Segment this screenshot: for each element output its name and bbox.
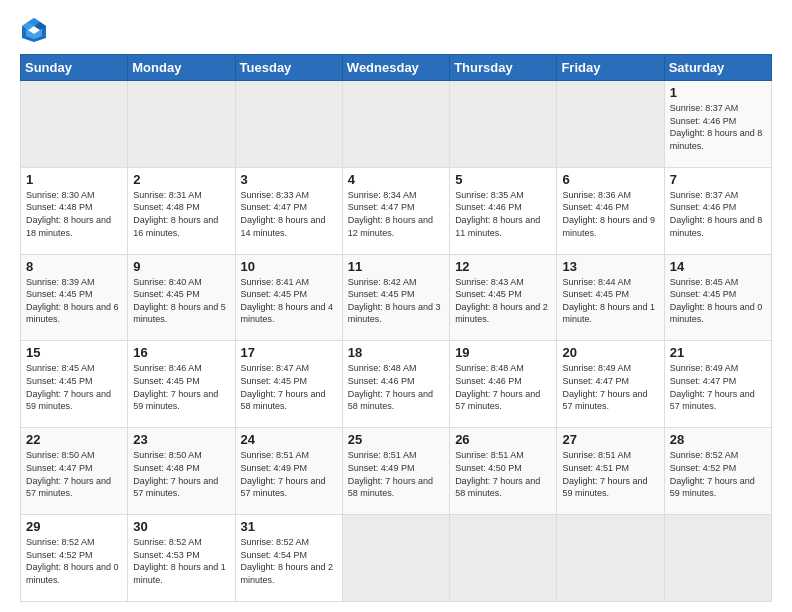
calendar-cell: 1 Sunrise: 8:30 AMSunset: 4:48 PMDayligh… bbox=[21, 167, 128, 254]
day-number: 20 bbox=[562, 345, 658, 360]
calendar-cell: 1 Sunrise: 8:37 AMSunset: 4:46 PMDayligh… bbox=[664, 81, 771, 168]
day-info: Sunrise: 8:43 AMSunset: 4:45 PMDaylight:… bbox=[455, 276, 551, 326]
calendar-cell: 23 Sunrise: 8:50 AMSunset: 4:48 PMDaylig… bbox=[128, 428, 235, 515]
day-number: 2 bbox=[133, 172, 229, 187]
calendar-cell: 11 Sunrise: 8:42 AMSunset: 4:45 PMDaylig… bbox=[342, 254, 449, 341]
calendar-cell: 10 Sunrise: 8:41 AMSunset: 4:45 PMDaylig… bbox=[235, 254, 342, 341]
day-number: 5 bbox=[455, 172, 551, 187]
day-info: Sunrise: 8:35 AMSunset: 4:46 PMDaylight:… bbox=[455, 189, 551, 239]
day-number: 22 bbox=[26, 432, 122, 447]
day-header-thursday: Thursday bbox=[450, 55, 557, 81]
day-info: Sunrise: 8:50 AMSunset: 4:47 PMDaylight:… bbox=[26, 449, 122, 499]
day-info: Sunrise: 8:52 AMSunset: 4:54 PMDaylight:… bbox=[241, 536, 337, 586]
day-header-saturday: Saturday bbox=[664, 55, 771, 81]
day-number: 8 bbox=[26, 259, 122, 274]
day-info: Sunrise: 8:34 AMSunset: 4:47 PMDaylight:… bbox=[348, 189, 444, 239]
calendar-week-6: 29 Sunrise: 8:52 AMSunset: 4:52 PMDaylig… bbox=[21, 515, 772, 602]
calendar-header-row: SundayMondayTuesdayWednesdayThursdayFrid… bbox=[21, 55, 772, 81]
day-number: 7 bbox=[670, 172, 766, 187]
day-info: Sunrise: 8:49 AMSunset: 4:47 PMDaylight:… bbox=[562, 362, 658, 412]
day-number: 12 bbox=[455, 259, 551, 274]
day-info: Sunrise: 8:48 AMSunset: 4:46 PMDaylight:… bbox=[455, 362, 551, 412]
logo bbox=[20, 16, 52, 44]
day-number: 23 bbox=[133, 432, 229, 447]
day-number: 18 bbox=[348, 345, 444, 360]
day-number: 21 bbox=[670, 345, 766, 360]
day-info: Sunrise: 8:45 AMSunset: 4:45 PMDaylight:… bbox=[26, 362, 122, 412]
calendar-cell: 5 Sunrise: 8:35 AMSunset: 4:46 PMDayligh… bbox=[450, 167, 557, 254]
calendar-cell: 17 Sunrise: 8:47 AMSunset: 4:45 PMDaylig… bbox=[235, 341, 342, 428]
day-number: 28 bbox=[670, 432, 766, 447]
day-number: 13 bbox=[562, 259, 658, 274]
calendar-cell: 14 Sunrise: 8:45 AMSunset: 4:45 PMDaylig… bbox=[664, 254, 771, 341]
day-info: Sunrise: 8:37 AMSunset: 4:46 PMDaylight:… bbox=[670, 102, 766, 152]
day-info: Sunrise: 8:41 AMSunset: 4:45 PMDaylight:… bbox=[241, 276, 337, 326]
calendar-cell: 24 Sunrise: 8:51 AMSunset: 4:49 PMDaylig… bbox=[235, 428, 342, 515]
calendar-week-1: 1 Sunrise: 8:37 AMSunset: 4:46 PMDayligh… bbox=[21, 81, 772, 168]
calendar-cell: 8 Sunrise: 8:39 AMSunset: 4:45 PMDayligh… bbox=[21, 254, 128, 341]
day-number: 30 bbox=[133, 519, 229, 534]
day-info: Sunrise: 8:52 AMSunset: 4:52 PMDaylight:… bbox=[26, 536, 122, 586]
day-number: 19 bbox=[455, 345, 551, 360]
day-header-wednesday: Wednesday bbox=[342, 55, 449, 81]
calendar-cell: 31 Sunrise: 8:52 AMSunset: 4:54 PMDaylig… bbox=[235, 515, 342, 602]
calendar-cell bbox=[342, 515, 449, 602]
calendar-cell: 6 Sunrise: 8:36 AMSunset: 4:46 PMDayligh… bbox=[557, 167, 664, 254]
calendar-week-2: 1 Sunrise: 8:30 AMSunset: 4:48 PMDayligh… bbox=[21, 167, 772, 254]
calendar-cell bbox=[450, 515, 557, 602]
day-info: Sunrise: 8:49 AMSunset: 4:47 PMDaylight:… bbox=[670, 362, 766, 412]
calendar-cell bbox=[557, 81, 664, 168]
day-info: Sunrise: 8:30 AMSunset: 4:48 PMDaylight:… bbox=[26, 189, 122, 239]
calendar-cell: 16 Sunrise: 8:46 AMSunset: 4:45 PMDaylig… bbox=[128, 341, 235, 428]
day-info: Sunrise: 8:51 AMSunset: 4:49 PMDaylight:… bbox=[241, 449, 337, 499]
day-info: Sunrise: 8:48 AMSunset: 4:46 PMDaylight:… bbox=[348, 362, 444, 412]
day-header-monday: Monday bbox=[128, 55, 235, 81]
calendar-cell: 12 Sunrise: 8:43 AMSunset: 4:45 PMDaylig… bbox=[450, 254, 557, 341]
day-number: 11 bbox=[348, 259, 444, 274]
day-number: 6 bbox=[562, 172, 658, 187]
day-info: Sunrise: 8:51 AMSunset: 4:50 PMDaylight:… bbox=[455, 449, 551, 499]
calendar-cell: 20 Sunrise: 8:49 AMSunset: 4:47 PMDaylig… bbox=[557, 341, 664, 428]
calendar-week-3: 8 Sunrise: 8:39 AMSunset: 4:45 PMDayligh… bbox=[21, 254, 772, 341]
day-header-sunday: Sunday bbox=[21, 55, 128, 81]
day-number: 16 bbox=[133, 345, 229, 360]
calendar-cell: 7 Sunrise: 8:37 AMSunset: 4:46 PMDayligh… bbox=[664, 167, 771, 254]
day-number: 26 bbox=[455, 432, 551, 447]
day-info: Sunrise: 8:37 AMSunset: 4:46 PMDaylight:… bbox=[670, 189, 766, 239]
day-info: Sunrise: 8:51 AMSunset: 4:49 PMDaylight:… bbox=[348, 449, 444, 499]
day-number: 15 bbox=[26, 345, 122, 360]
day-info: Sunrise: 8:44 AMSunset: 4:45 PMDaylight:… bbox=[562, 276, 658, 326]
calendar-cell bbox=[557, 515, 664, 602]
day-header-friday: Friday bbox=[557, 55, 664, 81]
calendar-cell: 3 Sunrise: 8:33 AMSunset: 4:47 PMDayligh… bbox=[235, 167, 342, 254]
calendar-cell: 9 Sunrise: 8:40 AMSunset: 4:45 PMDayligh… bbox=[128, 254, 235, 341]
calendar-cell: 15 Sunrise: 8:45 AMSunset: 4:45 PMDaylig… bbox=[21, 341, 128, 428]
day-number: 14 bbox=[670, 259, 766, 274]
day-info: Sunrise: 8:47 AMSunset: 4:45 PMDaylight:… bbox=[241, 362, 337, 412]
day-number: 31 bbox=[241, 519, 337, 534]
day-header-tuesday: Tuesday bbox=[235, 55, 342, 81]
calendar-cell bbox=[664, 515, 771, 602]
day-number: 9 bbox=[133, 259, 229, 274]
calendar-cell: 27 Sunrise: 8:51 AMSunset: 4:51 PMDaylig… bbox=[557, 428, 664, 515]
day-info: Sunrise: 8:39 AMSunset: 4:45 PMDaylight:… bbox=[26, 276, 122, 326]
day-info: Sunrise: 8:45 AMSunset: 4:45 PMDaylight:… bbox=[670, 276, 766, 326]
day-number: 4 bbox=[348, 172, 444, 187]
day-info: Sunrise: 8:52 AMSunset: 4:52 PMDaylight:… bbox=[670, 449, 766, 499]
calendar-cell: 2 Sunrise: 8:31 AMSunset: 4:48 PMDayligh… bbox=[128, 167, 235, 254]
day-number: 3 bbox=[241, 172, 337, 187]
calendar-cell: 22 Sunrise: 8:50 AMSunset: 4:47 PMDaylig… bbox=[21, 428, 128, 515]
calendar-cell: 18 Sunrise: 8:48 AMSunset: 4:46 PMDaylig… bbox=[342, 341, 449, 428]
calendar-cell: 30 Sunrise: 8:52 AMSunset: 4:53 PMDaylig… bbox=[128, 515, 235, 602]
day-number: 29 bbox=[26, 519, 122, 534]
calendar-table: SundayMondayTuesdayWednesdayThursdayFrid… bbox=[20, 54, 772, 602]
calendar-cell: 13 Sunrise: 8:44 AMSunset: 4:45 PMDaylig… bbox=[557, 254, 664, 341]
header bbox=[20, 16, 772, 44]
calendar-cell: 4 Sunrise: 8:34 AMSunset: 4:47 PMDayligh… bbox=[342, 167, 449, 254]
calendar-cell bbox=[450, 81, 557, 168]
day-info: Sunrise: 8:33 AMSunset: 4:47 PMDaylight:… bbox=[241, 189, 337, 239]
day-info: Sunrise: 8:52 AMSunset: 4:53 PMDaylight:… bbox=[133, 536, 229, 586]
calendar-cell: 28 Sunrise: 8:52 AMSunset: 4:52 PMDaylig… bbox=[664, 428, 771, 515]
day-info: Sunrise: 8:50 AMSunset: 4:48 PMDaylight:… bbox=[133, 449, 229, 499]
page: SundayMondayTuesdayWednesdayThursdayFrid… bbox=[0, 0, 792, 612]
